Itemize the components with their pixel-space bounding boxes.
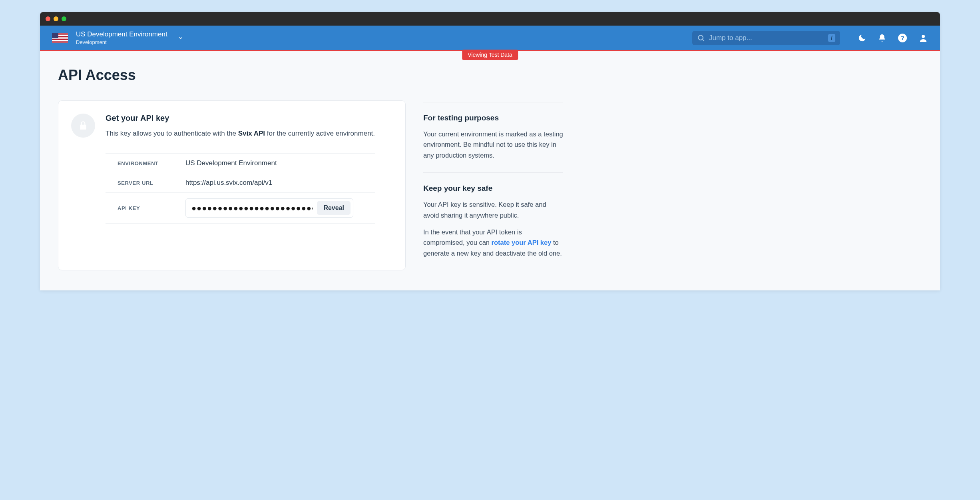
testing-title: For testing purposes — [423, 114, 563, 122]
svg-point-0 — [698, 35, 703, 40]
search-bar[interactable]: / — [692, 31, 840, 45]
environment-row: ENVIRONMENT US Development Environment — [106, 153, 375, 173]
api-key-row: API KEY ●●●●●●●●●●●●●●●●●●●●●●●●●●● Reve… — [106, 193, 375, 224]
environment-value: US Development Environment — [185, 159, 375, 167]
environment-label: ENVIRONMENT — [106, 160, 185, 166]
search-shortcut-badge: / — [828, 34, 835, 42]
api-key-field: ●●●●●●●●●●●●●●●●●●●●●●●●●●● Reveal — [185, 198, 353, 218]
search-icon — [697, 34, 705, 42]
testing-body: Your current environment is marked as a … — [423, 129, 563, 160]
app-window: US Development Environment Development /… — [40, 12, 940, 290]
window-titlebar — [40, 12, 940, 26]
svg-line-1 — [703, 39, 704, 41]
api-key-label: API KEY — [106, 205, 185, 211]
help-button[interactable]: ? — [898, 33, 907, 43]
keep-key-safe-section: Keep your key safe Your API key is sensi… — [423, 172, 563, 270]
app-header: US Development Environment Development /… — [40, 26, 940, 50]
testing-purposes-section: For testing purposes Your current enviro… — [423, 102, 563, 172]
api-details-table: ENVIRONMENT US Development Environment S… — [106, 153, 375, 224]
card-description: This key allows you to authenticate with… — [106, 128, 375, 139]
sidebar-info: For testing purposes Your current enviro… — [423, 100, 563, 270]
minimize-window-button[interactable] — [54, 16, 58, 21]
rotate-key-link[interactable]: rotate your API key — [492, 239, 552, 246]
svg-text:?: ? — [900, 34, 904, 41]
safe-title: Keep your key safe — [423, 184, 563, 193]
maximize-window-button[interactable] — [62, 16, 66, 21]
test-data-badge: Viewing Test Data — [462, 50, 518, 60]
page-title: API Access — [58, 67, 922, 84]
environment-name: US Development Environment — [76, 30, 167, 38]
server-url-row: SERVER URL https://api.us.svix.com/api/v… — [106, 173, 375, 193]
page-content: API Access Get your API key This key all… — [40, 51, 940, 290]
notifications-button[interactable] — [878, 34, 886, 42]
close-window-button[interactable] — [46, 16, 50, 21]
svg-point-4 — [922, 35, 925, 38]
api-key-masked: ●●●●●●●●●●●●●●●●●●●●●●●●●●● — [191, 204, 313, 213]
safe-p2: In the event that your API token is comp… — [423, 227, 563, 258]
test-data-bar: Viewing Test Data — [40, 50, 940, 51]
reveal-button[interactable]: Reveal — [317, 201, 351, 215]
api-key-card: Get your API key This key allows you to … — [58, 100, 406, 270]
environment-type: Development — [76, 39, 167, 45]
server-url-value: https://api.us.svix.com/api/v1 — [185, 179, 375, 187]
safe-p1: Your API key is sensitive. Keep it safe … — [423, 199, 563, 220]
profile-button[interactable] — [918, 33, 928, 43]
lock-icon — [71, 114, 95, 138]
chevron-down-icon[interactable] — [178, 35, 183, 41]
us-flag-icon — [52, 33, 68, 43]
search-input[interactable] — [709, 34, 824, 42]
card-title: Get your API key — [106, 114, 375, 123]
environment-selector[interactable]: US Development Environment Development — [76, 30, 167, 45]
server-url-label: SERVER URL — [106, 180, 185, 186]
dark-mode-toggle[interactable] — [858, 34, 866, 42]
